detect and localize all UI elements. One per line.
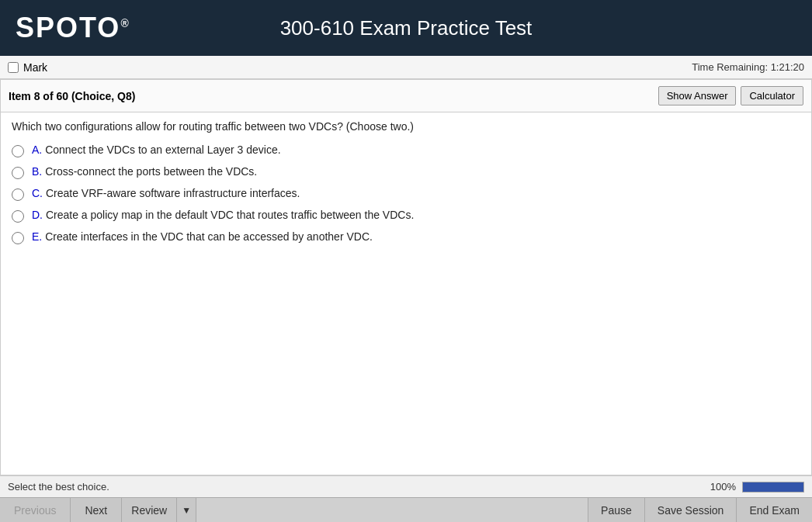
choice-key: C. — [32, 187, 46, 199]
choices-list: A. Connect the VDCs to an external Layer… — [12, 143, 800, 244]
progress-bar — [742, 482, 804, 493]
choice-label-a: A. Connect the VDCs to an external Layer… — [32, 143, 281, 156]
choice-key: D. — [32, 209, 46, 221]
end-exam-button[interactable]: End Exam — [736, 498, 812, 522]
calculator-button[interactable]: Calculator — [741, 86, 803, 105]
choice-item: D. Create a policy map in the default VD… — [12, 209, 800, 223]
mark-checkbox[interactable] — [8, 62, 19, 73]
statusbar: Select the best choice. 100% — [0, 475, 812, 497]
choice-radio-b[interactable] — [12, 167, 24, 179]
app-header: SPOTO® 300-610 Exam Practice Test — [0, 0, 812, 56]
mark-label[interactable]: Mark — [23, 61, 47, 74]
choice-radio-e[interactable] — [12, 232, 24, 244]
choice-key: E. — [32, 230, 45, 243]
item-info: Item 8 of 60 (Choice, Q8) — [9, 90, 135, 102]
right-nav: Pause Save Session End Exam — [588, 498, 812, 522]
content-scroll: Which two configurations allow for routi… — [1, 112, 811, 475]
topbar: Mark Time Remaining: 1:21:20 — [0, 56, 812, 79]
review-dropdown-button[interactable]: ▼ — [176, 498, 196, 522]
next-button[interactable]: Next — [71, 498, 122, 522]
question-header: Item 8 of 60 (Choice, Q8) Show Answer Ca… — [1, 80, 811, 112]
review-btn-group: Review ▼ — [122, 498, 196, 522]
choice-radio-c[interactable] — [12, 188, 24, 201]
choice-label-e: E. Create interfaces in the VDC that can… — [32, 230, 373, 243]
choice-item: E. Create interfaces in the VDC that can… — [12, 230, 800, 244]
progress-bar-fill — [743, 482, 803, 492]
progress-pct: 100% — [710, 481, 736, 493]
choice-radio-a[interactable] — [12, 145, 24, 157]
logo-text: SPOTO — [16, 12, 120, 43]
exam-title: 300-610 Exam Practice Test — [280, 16, 533, 40]
show-answer-button[interactable]: Show Answer — [658, 86, 737, 105]
choice-label-d: D. Create a policy map in the default VD… — [32, 209, 414, 221]
choice-label-b: B. Cross-connect the ports between the V… — [32, 165, 257, 178]
choice-radio-d[interactable] — [12, 210, 24, 223]
timer-area: Time Remaining: 1:21:20 — [692, 61, 804, 73]
timer-value: 1:21:20 — [771, 61, 804, 73]
choice-item: A. Connect the VDCs to an external Layer… — [12, 143, 800, 157]
previous-button[interactable]: Previous — [0, 498, 71, 522]
app-logo: SPOTO® — [16, 12, 130, 44]
logo-sup: ® — [120, 17, 130, 29]
status-text: Select the best choice. — [8, 481, 109, 493]
choice-item: C. Create VRF-aware software infrastruct… — [12, 187, 800, 201]
pause-button[interactable]: Pause — [588, 498, 644, 522]
header-buttons: Show Answer Calculator — [658, 86, 803, 105]
save-session-button[interactable]: Save Session — [644, 498, 737, 522]
choice-key: A. — [32, 143, 45, 156]
progress-area: 100% — [710, 481, 804, 493]
bottom-nav: Previous Next Review ▼ Pause Save Sessio… — [0, 497, 812, 522]
mark-area[interactable]: Mark — [8, 61, 47, 74]
question-text: Which two configurations allow for routi… — [12, 120, 800, 133]
review-button[interactable]: Review — [122, 498, 176, 522]
main-area: Item 8 of 60 (Choice, Q8) Show Answer Ca… — [0, 79, 812, 475]
choice-label-c: C. Create VRF-aware software infrastruct… — [32, 187, 300, 199]
timer-label: Time Remaining: — [692, 61, 768, 73]
choice-item: B. Cross-connect the ports between the V… — [12, 165, 800, 179]
choice-key: B. — [32, 165, 45, 178]
